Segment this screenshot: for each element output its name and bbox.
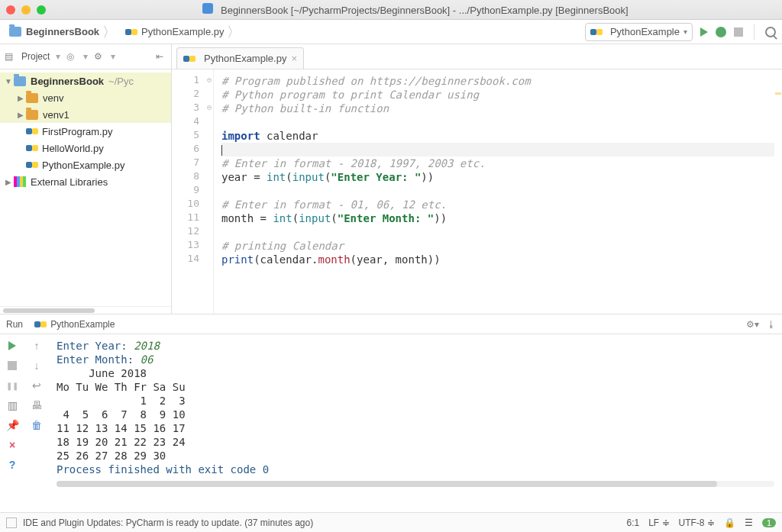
project-view-icon[interactable] [5,51,15,62]
error-stripe[interactable] [774,69,782,314]
folder-icon [14,76,26,86]
separator [754,24,755,40]
run-toolbar-left2: ↑ ↓ ↩ 🖶 🗑 [24,334,49,512]
print-icon[interactable]: 🖶 [30,398,44,412]
caret-position[interactable]: 6:1 [626,517,639,528]
pause-button[interactable] [5,379,19,392]
tree-file[interactable]: FirstProgram.py [0,123,171,140]
run-header: Run PythonExample ⚙▾ ⭳ [0,314,782,334]
python-file-icon [26,159,38,171]
tree-external-libraries[interactable]: ▶ External Libraries [0,173,171,190]
close-tab-icon[interactable]: × [291,53,297,64]
file-encoding[interactable]: UTF-8 ≑ [679,517,715,528]
tool-windows-icon[interactable] [6,517,17,528]
python-file-icon [125,26,137,38]
project-sidebar: Project ▾ ▾ ▾ ▼ BeginnersBook ~/Pyc ▶ [0,44,172,314]
window-title: BeginnersBook [~/PycharmProjects/Beginne… [55,3,776,16]
python-file-icon [34,318,47,330]
breadcrumb-project[interactable]: BeginnersBook 〉 [6,23,122,41]
zoom-window-icon[interactable] [37,5,46,15]
editor-pane: PythonExample.py × 1⊖23⊖4567891011121314… [172,44,782,314]
chevron-right-icon: 〉 [227,25,241,39]
project-tool-header: Project ▾ ▾ ▾ [0,44,171,69]
tree-file[interactable]: HelloWorld.py [0,140,171,156]
status-bar: IDE and Plugin Updates: PyCharm is ready… [0,512,782,532]
python-file-icon [26,142,38,154]
tree-twisty-icon[interactable]: ▼ [3,77,14,85]
folder-icon [26,110,38,120]
up-arrow-icon[interactable]: ↑ [30,339,44,353]
console-scrollbar[interactable] [57,481,774,487]
code-editor[interactable]: 1⊖23⊖4567891011121314 # Program publishe… [172,69,782,314]
tree-folder[interactable]: ▶ venv1 [0,106,171,123]
autoscroll-icon[interactable] [66,51,77,62]
gear-icon[interactable]: ⚙▾ [746,319,759,330]
editor-tab-label: PythonExample.py [204,53,286,64]
tree-root[interactable]: ▼ BeginnersBook ~/Pyc [0,73,171,89]
stop-process-button[interactable] [5,359,19,372]
sidebar-scrollbar[interactable] [0,306,171,314]
close-window-icon[interactable] [6,5,15,15]
python-file-icon [26,125,38,137]
layout-icon[interactable]: ▥ [5,398,19,412]
console-output[interactable]: Enter Year: 2018Enter Month: 06 June 201… [49,334,782,512]
run-config-name[interactable]: PythonExample [50,319,115,330]
git-icon[interactable]: ☰ [745,517,753,528]
tree-twisty-icon[interactable]: ▶ [15,111,26,119]
close-run-button[interactable]: × [5,438,19,452]
libraries-icon [14,176,26,187]
python-file-icon [183,53,196,65]
debug-button[interactable] [716,27,726,37]
navigation-bar: BeginnersBook 〉 PythonExample.py 〉 Pytho… [0,20,782,44]
minimize-window-icon[interactable] [21,5,31,15]
hide-sidebar-icon[interactable] [156,51,166,62]
run-toolbar-left: ▥ 📌 × ? [0,334,24,512]
chevron-right-icon: 〉 [102,25,116,39]
editor-tabs: PythonExample.py × [172,44,782,69]
pin-icon[interactable]: 📌 [5,418,19,432]
run-tool-window: Run PythonExample ⚙▾ ⭳ ▥ 📌 × ? ↑ ↓ [0,314,782,512]
chevron-down-icon: ▾ [683,27,687,36]
download-icon[interactable]: ⭳ [767,319,776,330]
project-tree[interactable]: ▼ BeginnersBook ~/Pyc ▶ venv ▶ venv1 [0,69,171,306]
notifications-badge[interactable]: 1 [762,518,776,527]
rerun-button[interactable] [5,339,19,353]
run-tab-label[interactable]: Run [6,319,23,330]
search-icon[interactable] [765,27,776,37]
window-titlebar: BeginnersBook [~/PycharmProjects/Beginne… [0,0,782,20]
trash-icon[interactable]: 🗑 [30,418,44,432]
line-gutter[interactable]: 1⊖23⊖4567891011121314 [172,69,214,314]
tree-folder[interactable]: ▶ venv [0,89,171,106]
run-button[interactable] [700,27,708,37]
status-message[interactable]: IDE and Plugin Updates: PyCharm is ready… [23,517,313,528]
breadcrumb-file[interactable]: PythonExample.py 〉 [122,23,247,41]
tree-file[interactable]: PythonExample.py [0,156,171,173]
run-config-selector[interactable]: PythonExample ▾ [585,23,693,41]
python-file-icon [590,26,603,38]
lock-icon[interactable]: 🔒 [724,517,735,528]
folder-icon [9,27,21,37]
window-controls [6,5,46,15]
tree-twisty-icon[interactable]: ▶ [15,94,26,102]
down-arrow-icon[interactable]: ↓ [30,359,44,372]
app-icon [202,3,213,14]
project-tool-label[interactable]: Project [21,51,50,62]
gear-icon[interactable] [94,51,105,62]
code-area[interactable]: # Program published on https://beginners… [214,69,774,314]
wrap-icon[interactable]: ↩ [30,379,44,392]
help-icon[interactable]: ? [5,458,19,472]
stop-button[interactable] [734,27,743,37]
folder-icon [26,93,38,103]
line-separator[interactable]: LF ≑ [648,517,669,528]
tree-twisty-icon[interactable]: ▶ [3,178,14,186]
editor-tab[interactable]: PythonExample.py × [176,47,304,69]
